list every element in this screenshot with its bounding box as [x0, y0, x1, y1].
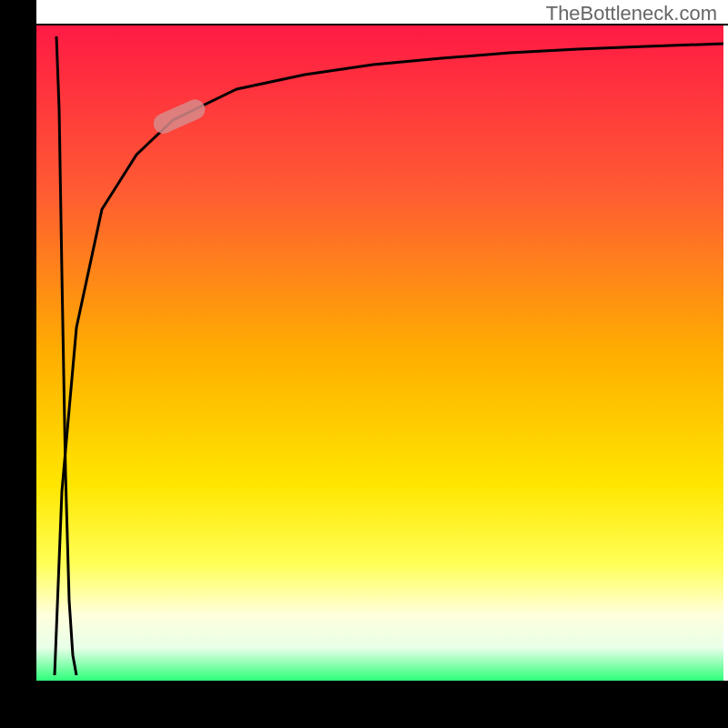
chart-container — [0, 0, 728, 728]
chart-svg — [0, 0, 728, 728]
x-axis-band — [0, 681, 728, 728]
y-axis-band — [0, 0, 36, 710]
plot-background — [36, 25, 723, 681]
watermark-text: TheBottleneck.com — [546, 2, 717, 25]
